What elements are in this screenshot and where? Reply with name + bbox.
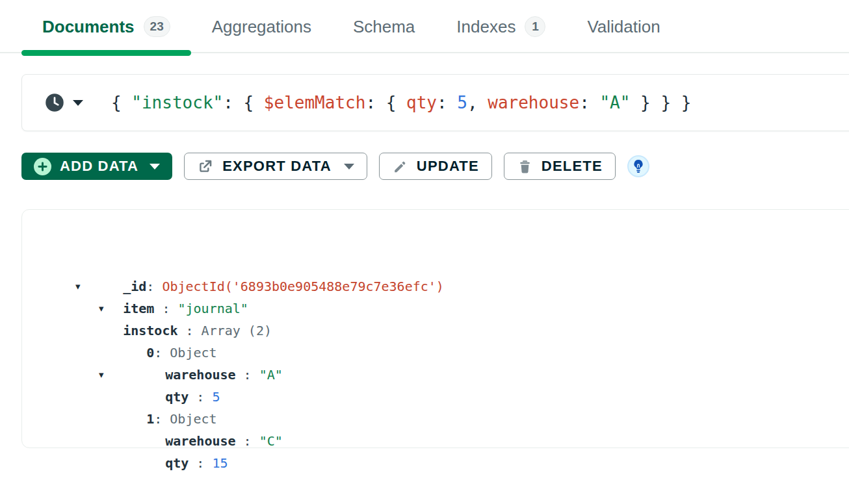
- insights-button[interactable]: [627, 155, 649, 177]
- collapse-caret-icon[interactable]: ▾: [99, 297, 104, 320]
- add-data-label: ADD DATA: [60, 158, 138, 175]
- document-field-row: warehouse : "C": [22, 386, 849, 408]
- field-key: warehouse: [165, 433, 235, 449]
- query-token-punct: ,: [467, 93, 488, 112]
- tab-count-badge: 1: [525, 16, 545, 37]
- query-token-punct: :: [579, 93, 599, 112]
- field-string: "C": [259, 433, 283, 449]
- document-field-row: warehouse : "A": [22, 320, 849, 342]
- query-token-punct: : {: [365, 93, 406, 112]
- delete-label: DELETE: [542, 158, 603, 175]
- chevron-down-icon: [344, 164, 354, 170]
- query-token-number: 5: [457, 93, 467, 112]
- export-data-button[interactable]: EXPORT DATA: [184, 153, 367, 180]
- tab-validation[interactable]: Validation: [566, 0, 681, 53]
- tab-label: Indexes: [456, 17, 516, 37]
- update-label: UPDATE: [417, 158, 479, 175]
- tab-documents[interactable]: Documents 23: [21, 0, 191, 53]
- query-token-keyword: warehouse: [488, 93, 579, 112]
- field-punct: :: [189, 455, 212, 471]
- tab-schema[interactable]: Schema: [332, 0, 436, 53]
- tab-label: Schema: [353, 17, 415, 37]
- document-field-row: qty : 5: [22, 342, 849, 364]
- document-card: _id: ObjectId('6893b0e905488e79c7e36efc'…: [21, 209, 849, 448]
- field-punct: :: [236, 433, 259, 449]
- lightbulb-icon: [632, 159, 645, 173]
- query-token-punct: {: [111, 93, 131, 112]
- tab-label: Validation: [587, 17, 660, 37]
- collapse-caret-icon[interactable]: ▾: [99, 364, 104, 386]
- delete-button[interactable]: DELETE: [504, 153, 616, 180]
- query-token-punct: : {: [223, 93, 264, 112]
- document-field-row: ▾ instock : Array (2): [22, 275, 849, 297]
- document-field-row: item : "journal": [22, 253, 849, 275]
- document-field-row: _id: ObjectId('6893b0e905488e79c7e36efc'…: [22, 231, 849, 253]
- pencil-icon: [392, 158, 408, 175]
- collection-tab-bar: Documents 23 Aggregations Schema Indexes…: [0, 0, 849, 53]
- trash-icon: [517, 158, 533, 175]
- add-data-button[interactable]: ADD DATA: [21, 153, 172, 180]
- chevron-down-icon: [150, 164, 160, 170]
- document-field-row: ▾ 1: Object: [22, 364, 849, 386]
- tab-indexes[interactable]: Indexes 1: [436, 0, 566, 53]
- query-token-keyword: $elemMatch: [264, 93, 366, 112]
- collapse-caret-icon[interactable]: ▾: [75, 275, 81, 297]
- field-number: 15: [212, 455, 228, 471]
- query-history-button[interactable]: [45, 93, 83, 112]
- document-field-row: qty : 15: [22, 408, 849, 430]
- export-data-label: EXPORT DATA: [222, 158, 332, 175]
- query-token-keyword: qty: [406, 93, 437, 112]
- update-button[interactable]: UPDATE: [379, 153, 492, 180]
- field-key: qty: [165, 455, 189, 471]
- query-token-punct: } } }: [630, 93, 691, 112]
- query-bar: { "instock": { $elemMatch: { qty: 5, war…: [21, 74, 849, 131]
- documents-panel: { "instock": { $elemMatch: { qty: 5, war…: [21, 74, 849, 448]
- crud-toolbar: ADD DATA EXPORT DATA UPDATE: [21, 153, 849, 180]
- tab-aggregations[interactable]: Aggregations: [191, 0, 332, 53]
- tab-count-badge: 23: [144, 16, 170, 37]
- query-token-punct: :: [437, 93, 457, 112]
- active-tab-indicator: [21, 50, 191, 56]
- field-content: qty : 15: [165, 455, 228, 471]
- tab-label: Aggregations: [212, 17, 311, 37]
- query-token-string: "A": [599, 93, 630, 112]
- query-token-string: "instock": [131, 93, 223, 112]
- tab-label: Documents: [42, 17, 135, 37]
- chevron-down-icon: [73, 100, 83, 106]
- plus-with-circle-icon: [34, 158, 51, 175]
- export-icon: [197, 158, 214, 175]
- document-field-row: ▾ 0: Object: [22, 297, 849, 320]
- field-content: warehouse : "C": [165, 433, 283, 449]
- query-input[interactable]: { "instock": { $elemMatch: { qty: 5, war…: [111, 93, 691, 112]
- clock-icon: [45, 93, 64, 112]
